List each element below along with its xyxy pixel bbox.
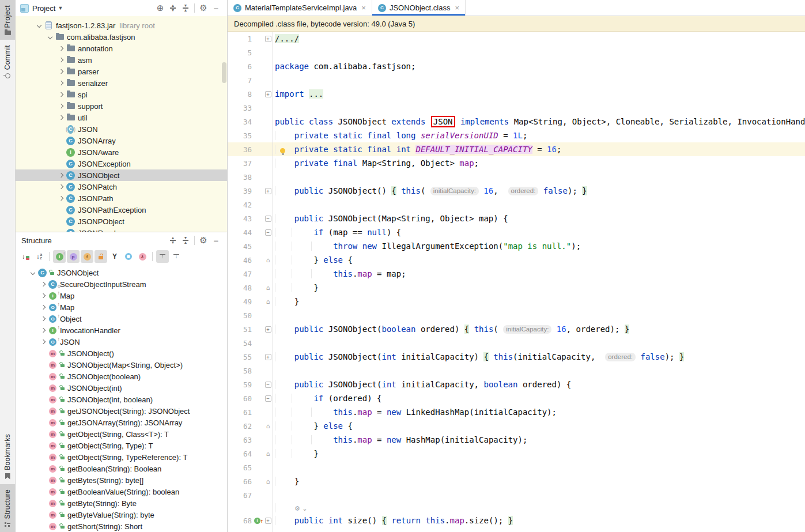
- structure-item-getByteValue-String-byte[interactable]: mgetByteValue(String): byte: [16, 509, 227, 520]
- stripe-item-structure[interactable]: Structure: [0, 484, 16, 532]
- structure-item-getShort-String-Short[interactable]: mgetShort(String): Short: [16, 520, 227, 532]
- anonymous-icon[interactable]: [122, 250, 135, 263]
- structure-item-getJSONArray-String-JSONArray[interactable]: mgetJSONArray(String): JSONArray: [16, 417, 227, 428]
- hide-panel-icon[interactable]: −: [210, 234, 222, 247]
- fold-close-icon[interactable]: ⌂: [263, 256, 273, 264]
- settings-icon[interactable]: ⚙: [197, 234, 210, 247]
- chevron-right-icon[interactable]: [56, 70, 66, 73]
- property-icon[interactable]: p: [67, 250, 80, 263]
- code-editor[interactable]: 1+/.../56package com.alibaba.fastjson;78…: [228, 32, 805, 532]
- fold-close-icon[interactable]: ⌂: [263, 478, 273, 485]
- project-tree-item-com.alibaba.fastjson[interactable]: com.alibaba.fastjson: [16, 31, 227, 43]
- structure-item-Map[interactable]: I↑Map: [16, 290, 227, 301]
- sort-visibility-icon[interactable]: ↓: [19, 250, 32, 263]
- chevron-right-icon[interactable]: [56, 173, 66, 177]
- fold-close-icon[interactable]: ⌂: [263, 284, 273, 292]
- tab-close-icon[interactable]: ×: [455, 3, 459, 12]
- stripe-item-project[interactable]: Project: [0, 0, 16, 40]
- chevron-right-icon[interactable]: [56, 47, 66, 50]
- expand-all-icon[interactable]: ▲▼: [167, 234, 179, 247]
- structure-item-Object[interactable]: O↑Object: [16, 313, 227, 325]
- chevron-right-icon[interactable]: [39, 340, 48, 344]
- chevron-right-icon[interactable]: [39, 329, 48, 332]
- chevron-right-icon[interactable]: [56, 104, 66, 108]
- tab-close-icon[interactable]: ×: [361, 3, 366, 12]
- fold-plus-icon[interactable]: +: [263, 188, 273, 194]
- chevron-right-icon[interactable]: [39, 282, 48, 286]
- editor-tab-MaterialTemplateServiceImpl.java[interactable]: CMaterialTemplateServiceImpl.java×: [228, 0, 372, 16]
- fold-close-icon[interactable]: ⌂: [263, 422, 273, 430]
- collapse-all-icon[interactable]: ▼▲: [179, 234, 192, 247]
- structure-item-JSONObject[interactable]: CJSONObject: [16, 267, 227, 278]
- project-tree-item-JSONAware[interactable]: IJSONAware: [16, 146, 227, 158]
- structure-item-JSONObject-int-boolean-[interactable]: mJSONObject(int, boolean): [16, 394, 227, 405]
- fold-plus-icon[interactable]: +: [263, 91, 273, 97]
- fold-minus-icon[interactable]: −: [263, 395, 273, 402]
- chevron-right-icon[interactable]: [56, 185, 66, 188]
- project-tree-item-spi[interactable]: spi: [16, 89, 227, 100]
- chevron-right-icon[interactable]: [56, 197, 66, 200]
- chevron-right-icon[interactable]: [56, 81, 66, 85]
- project-tree-item-parser[interactable]: parser: [16, 66, 227, 77]
- fold-minus-icon[interactable]: −: [263, 229, 273, 236]
- project-tree-item-annotation[interactable]: annotation: [16, 43, 227, 54]
- structure-item-getBytes-String-byte-[interactable]: mgetBytes(String): byte[]: [16, 474, 227, 486]
- project-tree-item-JSONArray[interactable]: CJSONArray: [16, 135, 227, 146]
- hierarchy-icon[interactable]: Y: [108, 250, 121, 263]
- chevron-right-icon[interactable]: [39, 294, 48, 297]
- sort-alpha-icon[interactable]: ↓az: [33, 250, 46, 263]
- inherited-icon[interactable]: I↑: [53, 250, 66, 263]
- fold-plus-icon[interactable]: +: [263, 354, 273, 360]
- code-vision-inlay-icon[interactable]: ⚙ ⌄: [294, 505, 308, 512]
- structure-item-JSONObject-[interactable]: mJSONObject(): [16, 348, 227, 359]
- project-tree-item-JSONException[interactable]: CJSONException: [16, 158, 227, 169]
- project-tree-item-JSON[interactable]: (C)JSON: [16, 123, 227, 135]
- stripe-item-commit[interactable]: Commit: [0, 40, 16, 82]
- chevron-down-icon[interactable]: [46, 35, 55, 39]
- structure-item-getObject-String-Type-T[interactable]: mgetObject(String, Type): T: [16, 440, 227, 451]
- chevron-down-icon[interactable]: [35, 24, 44, 27]
- structure-item-JSONObject-int-[interactable]: mJSONObject(int): [16, 382, 227, 394]
- lambda-icon[interactable]: λ: [136, 250, 149, 263]
- structure-item-Map[interactable]: O↑Map: [16, 301, 227, 313]
- chevron-right-icon[interactable]: [56, 93, 66, 96]
- project-tree-item-asm[interactable]: asm: [16, 54, 227, 66]
- project-tree-item-util[interactable]: util: [16, 112, 227, 123]
- structure-item-SecureObjectInputStream[interactable]: CSecureObjectInputStream: [16, 278, 227, 290]
- structure-item-getObject-String-TypeReference-T[interactable]: mgetObject(String, TypeReference): T: [16, 451, 227, 463]
- project-tree-item-fastjson-1.2.83.jar[interactable]: fastjson-1.2.83.jarlibrary root: [16, 20, 227, 31]
- chevron-right-icon[interactable]: [39, 317, 48, 320]
- implements-method-icon[interactable]: I↑: [254, 518, 263, 524]
- fold-plus-icon[interactable]: +: [263, 518, 273, 524]
- settings-icon[interactable]: ⚙: [197, 2, 210, 14]
- structure-item-InvocationHandler[interactable]: I↑InvocationHandler: [16, 325, 227, 336]
- structure-item-JSONObject-Map-String-Object-[interactable]: mJSONObject(Map<String, Object>): [16, 359, 227, 371]
- structure-item-JSONObject-boolean-[interactable]: mJSONObject(boolean): [16, 371, 227, 382]
- chevron-right-icon[interactable]: [39, 305, 48, 309]
- structure-item-JSON[interactable]: O↑JSON: [16, 336, 227, 348]
- project-tree-item-support[interactable]: support: [16, 100, 227, 112]
- fold-close-icon[interactable]: ⌂: [263, 450, 273, 458]
- chevron-right-icon[interactable]: [56, 58, 66, 62]
- project-tree-item-JSONPath[interactable]: CJSONPath: [16, 193, 227, 204]
- project-tree-item-serializer[interactable]: serializer: [16, 77, 227, 89]
- intention-bulb-icon[interactable]: [280, 148, 285, 153]
- expand-all-icon[interactable]: ▲▼: [167, 2, 179, 14]
- project-tree-item-JSONReader[interactable]: CJSONReader: [16, 227, 227, 232]
- chevron-down-icon[interactable]: ▼: [58, 5, 63, 11]
- project-tree-item-JSONPatch[interactable]: CJSONPatch: [16, 181, 227, 193]
- editor-tab-JSONObject.class[interactable]: CJSONObject.class×: [372, 0, 466, 16]
- fold-plus-icon[interactable]: +: [263, 326, 273, 333]
- structure-panel-title[interactable]: Structure: [21, 236, 52, 245]
- locate-icon[interactable]: ⊕: [154, 2, 167, 14]
- project-tree-item-JSONPathException[interactable]: CJSONPathException: [16, 204, 227, 216]
- gutter-marker-slot[interactable]: I↑: [254, 518, 263, 524]
- fold-minus-icon[interactable]: −: [263, 382, 273, 388]
- lock-icon[interactable]: [95, 250, 107, 263]
- hide-panel-icon[interactable]: −: [210, 2, 222, 14]
- structure-item-getObject-String-Class-T-T[interactable]: mgetObject(String, Class<T>): T: [16, 428, 227, 440]
- stripe-item-bookmarks[interactable]: Bookmarks: [0, 429, 16, 484]
- project-scrollbar-thumb[interactable]: [222, 62, 226, 83]
- structure-item-getByte-String-Byte[interactable]: mgetByte(String): Byte: [16, 497, 227, 509]
- structure-item-getBooleanValue-String-boolean[interactable]: mgetBooleanValue(String): boolean: [16, 486, 227, 497]
